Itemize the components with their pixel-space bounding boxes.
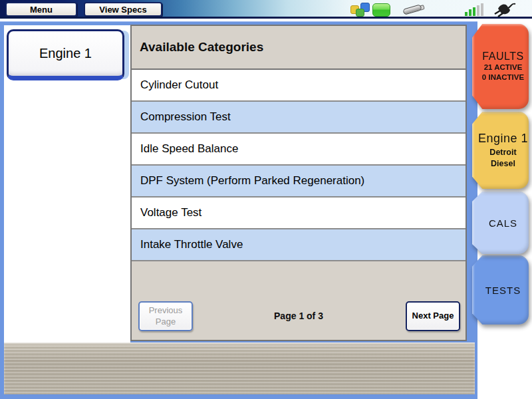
signal-bar <box>469 9 471 16</box>
next-page-button[interactable]: Next Page <box>406 301 460 331</box>
signal-bar <box>477 5 479 16</box>
tab-tests-title: TESTS <box>485 285 521 296</box>
power-plug-icon <box>493 2 517 18</box>
tab-engine-title: Engine 1 <box>478 132 528 146</box>
tab-faults-title: FAULTS <box>482 51 523 63</box>
tab-engine-1[interactable]: Engine 1 Detroit Diesel <box>472 112 529 189</box>
tab-faults-wrap: FAULTS 21 ACTIVE 0 INACTIVE <box>472 24 529 109</box>
available-categories-panel: Available Categories Cylinder Cutout Com… <box>130 25 467 341</box>
menu-button[interactable]: Menu <box>5 2 77 17</box>
category-row-idle-speed-balance[interactable]: Idle Speed Balance <box>132 134 466 166</box>
tab-cals[interactable]: CALS <box>472 192 529 254</box>
tab-cals-wrap: CALS <box>472 192 529 254</box>
apps-icon-green-square <box>356 9 364 17</box>
apps-icon <box>350 3 370 17</box>
category-row-dpf-system[interactable]: DPF System (Perform Parked Regeneration) <box>132 166 466 198</box>
view-specs-button[interactable]: View Specs <box>84 2 162 17</box>
signal-bar <box>465 12 467 16</box>
tab-tests-wrap: TESTS <box>472 255 529 325</box>
panel-title: Available Categories <box>132 26 466 70</box>
usb-drive-icon <box>402 5 426 15</box>
usb-drive-body <box>402 4 422 15</box>
signal-bar <box>481 3 483 16</box>
category-row-cylinder-cutout[interactable]: Cylinder Cutout <box>132 70 466 102</box>
connection-status-icon <box>372 3 390 17</box>
engine-1-button[interactable]: Engine 1 <box>7 29 124 80</box>
tab-engine-make-line1: Detroit <box>489 147 516 158</box>
tab-cals-title: CALS <box>489 217 517 229</box>
category-row-compression-test[interactable]: Compression Test <box>132 102 466 134</box>
tab-faults-inactive-count: 0 INACTIVE <box>482 72 524 82</box>
tab-engine-wrap: Engine 1 Detroit Diesel <box>472 112 529 189</box>
top-toolbar: Menu View Specs <box>0 0 532 19</box>
tab-faults-active-count: 21 ACTIVE <box>484 63 523 72</box>
tab-engine-make-line2: Diesel <box>491 158 515 169</box>
bottom-texture-strip <box>4 342 475 394</box>
diagnostic-app-window: Menu View Specs Engine 1 Avai <box>0 0 532 399</box>
tab-faults[interactable]: FAULTS 21 ACTIVE 0 INACTIVE <box>472 24 529 109</box>
signal-bar <box>473 7 475 16</box>
signal-strength-icon <box>465 3 483 16</box>
category-row-voltage-test[interactable]: Voltage Test <box>132 198 466 229</box>
category-row-intake-throttle-valve[interactable]: Intake Throttle Valve <box>132 229 466 261</box>
tab-tests[interactable]: TESTS <box>472 255 529 325</box>
